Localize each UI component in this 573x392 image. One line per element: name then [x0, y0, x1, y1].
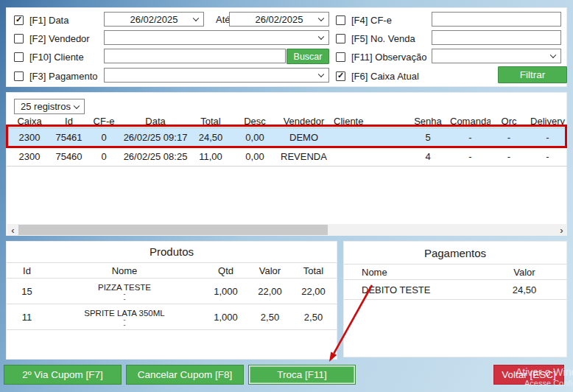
cell-total: 2,50 — [290, 304, 337, 330]
checkbox-f3-pagamento[interactable] — [14, 71, 24, 81]
cliente-input[interactable] — [104, 49, 286, 63]
cell-valor: 24,50 — [482, 280, 566, 300]
filter-label-observacao: [F11] Observação — [351, 52, 426, 63]
col-valor: Valor — [250, 263, 290, 279]
cell-cliente — [331, 127, 406, 147]
cell-data: 26/02/25 08:25 — [122, 147, 189, 166]
product-row: 15 PIZZA TESTE - - 1,000 22,00 22,00 — [7, 279, 337, 304]
chevron-down-icon — [550, 52, 556, 58]
chevron-down-icon — [318, 34, 324, 40]
cell-orc: - — [491, 127, 527, 147]
filter-row-observacao: [F11] Observação — [336, 49, 426, 64]
filter-label-pagamento: [F3] Pagamento — [29, 71, 98, 82]
cell-caixa: 2300 — [7, 147, 52, 166]
horizontal-scrollbar[interactable]: ‹ › — [7, 224, 567, 236]
chevron-down-icon — [318, 71, 324, 77]
results-row[interactable]: 2300 75460 0 26/02/25 08:25 11,00 0,00 R… — [7, 147, 568, 166]
date-from-select[interactable]: 26/02/2025 — [104, 12, 204, 27]
col-caixa: Caixa — [7, 115, 52, 127]
buscar-button[interactable]: Buscar — [286, 49, 329, 64]
results-row-selected[interactable]: 2300 75461 0 26/02/25 09:17 24,50 0,00 D… — [7, 127, 568, 147]
products-table: Id Nome Qtd Valor Total 15 PIZZA TESTE -… — [7, 262, 337, 330]
filter-label-data: [F1] Data — [29, 15, 68, 26]
segunda-via-cupom-label: 2º Via Cupom [F7] — [22, 369, 103, 380]
segunda-via-cupom-button[interactable]: 2º Via Cupom [F7] — [4, 365, 122, 385]
results-panel: 25 registros Caixa Id CF-e Data Total De… — [6, 92, 567, 236]
payments-title: Pagamentos — [344, 247, 566, 259]
products-panel: Produtos Id Nome Qtd Valor Total 15 PIZZ… — [6, 241, 337, 360]
payments-table: Nome Valor DEBITO TESTE 24,50 — [344, 264, 566, 300]
filter-row-vendedor: [F2] Vendedor — [14, 31, 90, 46]
checkbox-f1-data[interactable]: ✓ — [14, 15, 24, 25]
cell-total: 22,00 — [290, 279, 337, 304]
date-range-label: Até — [216, 14, 231, 25]
scroll-left-icon[interactable]: ‹ — [7, 224, 18, 236]
cell-cfe: 0 — [85, 147, 122, 166]
scroll-right-icon[interactable]: › — [556, 224, 567, 236]
cell-senha: 5 — [406, 127, 450, 147]
cell-senha: 4 — [406, 147, 450, 166]
col-nome: Nome — [344, 265, 482, 280]
cell-comanda: - — [450, 127, 491, 147]
col-senha: Senha — [406, 115, 450, 127]
checkbox-f2-vendedor[interactable] — [14, 34, 24, 43]
payments-panel: Pagamentos Nome Valor DEBITO TESTE 24,50 — [343, 241, 567, 357]
col-cliente: Cliente — [331, 115, 406, 127]
product-row: 11 SPRITE LATA 350ML - - 1,000 2,50 2,50 — [7, 304, 337, 330]
cell-comanda: - — [450, 147, 491, 166]
troca-button[interactable]: Troca [F11] — [248, 365, 356, 385]
cell-caixa: 2300 — [7, 127, 52, 147]
results-table: Caixa Id CF-e Data Total Desc Vendedor C… — [7, 115, 568, 167]
filter-row-cfe: [F4] CF-e — [336, 13, 392, 27]
cell-id: 11 — [7, 304, 47, 330]
buscar-button-label: Buscar — [294, 52, 323, 62]
checkbox-f11-observacao[interactable] — [336, 52, 345, 62]
observacao-select[interactable] — [432, 49, 561, 63]
cell-desc: 0,00 — [233, 147, 277, 166]
date-to-value: 26/02/2025 — [255, 14, 303, 25]
cell-nome: PIZZA TESTE - - — [47, 279, 202, 304]
cell-delivery: - — [527, 147, 568, 166]
pos-window: ✓ [F1] Data 26/02/2025 Até 26/02/2025 [F… — [0, 0, 573, 392]
chevron-down-icon — [318, 15, 324, 21]
col-delivery: Delivery — [527, 115, 568, 127]
date-to-select[interactable]: 26/02/2025 — [229, 12, 329, 27]
cancelar-cupom-button[interactable]: Cancelar Cupom [F8] — [126, 365, 244, 385]
checkbox-f10-cliente[interactable] — [14, 52, 24, 62]
col-orc: Orc — [491, 115, 527, 127]
col-id: Id — [7, 263, 47, 279]
novenda-input[interactable] — [432, 30, 561, 45]
col-total: Total — [290, 263, 337, 279]
cell-cfe: 0 — [85, 127, 122, 147]
col-id: Id — [52, 115, 85, 127]
checkbox-f4-cfe[interactable] — [336, 15, 345, 25]
filtrar-button[interactable]: Filtrar — [498, 66, 567, 83]
col-total: Total — [189, 115, 233, 127]
vendedor-select[interactable] — [104, 30, 329, 45]
checkbox-f5-novenda[interactable] — [336, 34, 345, 43]
check-icon: ✓ — [337, 71, 344, 80]
cell-id: 75460 — [52, 147, 85, 166]
checkbox-f6-caixa-atual[interactable]: ✓ — [336, 71, 345, 81]
payments-header-row: Nome Valor — [344, 265, 566, 280]
filter-label-novenda: [F5] No. Venda — [351, 33, 415, 44]
col-desc: Desc — [233, 115, 277, 127]
col-nome: Nome — [47, 263, 202, 279]
pagamento-select[interactable] — [104, 68, 329, 83]
cell-valor: 2,50 — [250, 304, 290, 330]
filter-label-caixa-atual: [F6] Caixa Atual — [351, 71, 419, 82]
voltar-button[interactable]: Voltar [ESC] — [493, 365, 564, 385]
cell-data: 26/02/25 09:17 — [122, 127, 189, 147]
scrollbar-thumb[interactable] — [18, 225, 328, 235]
cell-vendedor: REVENDA — [277, 147, 331, 166]
troca-label: Troca [F11] — [277, 369, 327, 380]
chevron-down-icon — [193, 15, 199, 21]
cfe-input[interactable] — [432, 12, 561, 27]
col-qtd: Qtd — [202, 263, 250, 279]
cell-qtd: 1,000 — [202, 304, 250, 330]
page-size-select[interactable]: 25 registros — [14, 99, 85, 114]
filter-label-cliente: [F10] Cliente — [29, 52, 84, 63]
cancelar-cupom-label: Cancelar Cupom [F8] — [138, 369, 232, 380]
filter-row-data: ✓ [F1] Data — [14, 13, 68, 27]
voltar-label: Voltar [ESC] — [502, 369, 556, 380]
